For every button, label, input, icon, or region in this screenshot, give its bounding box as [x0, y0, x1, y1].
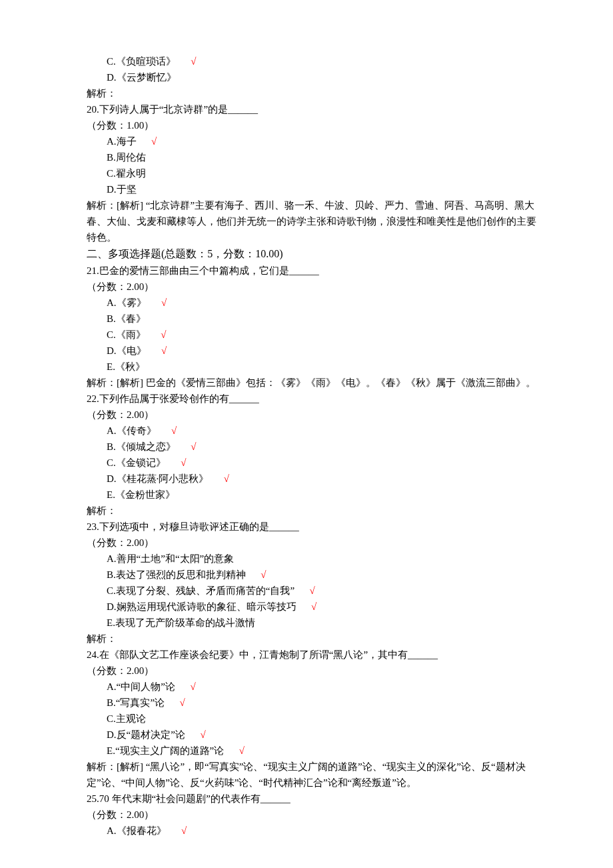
section-2-header: 二、多项选择题(总题数：5，分数：10.00)	[87, 245, 540, 263]
q23-option-a: A.善用“土地”和“太阳”的意象	[87, 551, 540, 567]
check-icon: √	[151, 136, 157, 147]
q22-option-d: D.《桂花蒸·阿小悲秋》√	[87, 471, 540, 487]
option-text: B.“写真实”论	[107, 697, 165, 708]
check-icon: √	[311, 601, 316, 612]
check-icon: √	[181, 457, 186, 468]
q24-option-a: A.“中间人物”论√	[87, 679, 540, 695]
q24-option-b: B.“写真实”论√	[87, 695, 540, 711]
check-icon: √	[191, 441, 196, 452]
q24-option-c: C.主观论	[87, 711, 540, 727]
option-text: A.“中间人物”论	[107, 681, 175, 692]
q20-option-d: D.于坚	[87, 181, 540, 197]
q21-score: （分数：2.00）	[87, 279, 540, 295]
option-text: B.《春》	[107, 313, 146, 324]
q22-option-c: C.《金锁记》√	[87, 455, 540, 471]
option-text: D.娴熟运用现代派诗歌的象征、暗示等技巧	[107, 601, 297, 612]
q24-option-e: E.“现实主义广阔的道路”论√	[87, 743, 540, 759]
q21-option-e: E.《秋》	[87, 359, 540, 375]
q20-stem: 20.下列诗人属于“北京诗群”的是______	[87, 101, 540, 117]
option-text: D.《电》	[107, 345, 147, 356]
q19-option-d: D.《云梦断忆》	[87, 69, 540, 85]
q24-stem: 24.在《部队文艺工作座谈会纪要》中，江青炮制了所谓“黑八论”，其中有_____…	[87, 647, 540, 663]
q21-stem: 21.巴金的爱情三部曲由三个中篇构成，它们是______	[87, 263, 540, 279]
option-text: B.表达了强烈的反思和批判精神	[107, 569, 246, 580]
option-text: E.《金粉世家》	[107, 489, 175, 500]
q20-option-a: A.海子√	[87, 133, 540, 149]
check-icon: √	[261, 569, 266, 580]
q24-option-d: D.反“题材决定”论√	[87, 727, 540, 743]
q21-option-b: B.《春》	[87, 311, 540, 327]
option-text: D.《云梦断忆》	[107, 72, 177, 83]
check-icon: √	[200, 729, 205, 740]
check-icon: √	[161, 329, 166, 340]
q21-analysis: 解析：[解析] 巴金的《爱情三部曲》包括：《雾》《雨》《电》。《春》《秋》属于《…	[87, 375, 540, 391]
check-icon: √	[161, 345, 167, 356]
q23-option-c: C.表现了分裂、残缺、矛盾而痛苦的“自我”√	[87, 583, 540, 599]
q20-option-c: C.翟永明	[87, 165, 540, 181]
check-icon: √	[224, 473, 229, 484]
option-text: E.表现了无产阶级革命的战斗激情	[107, 617, 255, 628]
check-icon: √	[310, 585, 315, 596]
q25-stem: 25.70 年代末期“社会问题剧”的代表作有______	[87, 791, 540, 807]
option-text: B.《倾城之恋》	[107, 441, 176, 452]
option-text: A.《传奇》	[107, 425, 157, 436]
option-text: D.于坚	[107, 184, 137, 195]
q24-analysis: 解析：[解析] “黑八论”，即“写真实”论、“现实主义广阔的道路”论、“现实主义…	[87, 759, 540, 791]
check-icon: √	[171, 425, 177, 436]
q22-option-e: E.《金粉世家》	[87, 487, 540, 503]
option-text: E.“现实主义广阔的道路”论	[107, 745, 224, 756]
q22-option-a: A.《传奇》√	[87, 423, 540, 439]
q23-option-d: D.娴熟运用现代派诗歌的象征、暗示等技巧√	[87, 599, 540, 615]
option-text: A.善用“土地”和“太阳”的意象	[107, 553, 234, 564]
option-text: D.反“题材决定”论	[107, 729, 185, 740]
q22-stem: 22.下列作品属于张爱玲创作的有______	[87, 391, 540, 407]
option-text: E.《秋》	[107, 361, 145, 372]
q23-option-e: E.表现了无产阶级革命的战斗激情	[87, 615, 540, 631]
q20-score: （分数：1.00）	[87, 117, 540, 133]
q22-score: （分数：2.00）	[87, 407, 540, 423]
q20-option-b: B.周伦佑	[87, 149, 540, 165]
option-text: C.翟永明	[107, 168, 146, 179]
q23-option-b: B.表达了强烈的反思和批判精神√	[87, 567, 540, 583]
q24-score: （分数：2.00）	[87, 663, 540, 679]
option-text: C.表现了分裂、残缺、矛盾而痛苦的“自我”	[107, 585, 295, 596]
q20-analysis: 解析：[解析] “北京诗群”主要有海子、西川、骆一禾、牛波、贝岭、严力、雪迪、阿…	[87, 197, 540, 245]
check-icon: √	[180, 697, 185, 708]
q21-option-d: D.《电》√	[87, 343, 540, 359]
q23-score: （分数：2.00）	[87, 535, 540, 551]
check-icon: √	[191, 56, 196, 67]
option-text: A.《报春花》	[107, 825, 167, 836]
q21-option-c: C.《雨》√	[87, 327, 540, 343]
q23-stem: 23.下列选项中，对穆旦诗歌评述正确的是______	[87, 519, 540, 535]
option-text: C.《负暄琐话》	[107, 56, 176, 67]
check-icon: √	[161, 297, 167, 308]
q19-option-c: C.《负暄琐话》√	[87, 53, 540, 69]
q22-analysis: 解析：	[87, 503, 540, 519]
q19-analysis: 解析：	[87, 85, 540, 101]
check-icon: √	[181, 825, 187, 836]
option-text: C.主观论	[107, 713, 146, 724]
option-text: A.《雾》	[107, 297, 147, 308]
q21-option-a: A.《雾》√	[87, 295, 540, 311]
option-text: A.海子	[107, 136, 137, 147]
q25-score: （分数：2.00）	[87, 807, 540, 823]
q23-analysis: 解析：	[87, 631, 540, 647]
option-text: D.《桂花蒸·阿小悲秋》	[107, 473, 209, 484]
check-icon: √	[190, 681, 195, 692]
option-text: C.《雨》	[107, 329, 146, 340]
option-text: B.周伦佑	[107, 152, 146, 163]
check-icon: √	[239, 745, 245, 756]
q25-option-a: A.《报春花》√	[87, 823, 540, 839]
q22-option-b: B.《倾城之恋》√	[87, 439, 540, 455]
option-text: C.《金锁记》	[107, 457, 166, 468]
